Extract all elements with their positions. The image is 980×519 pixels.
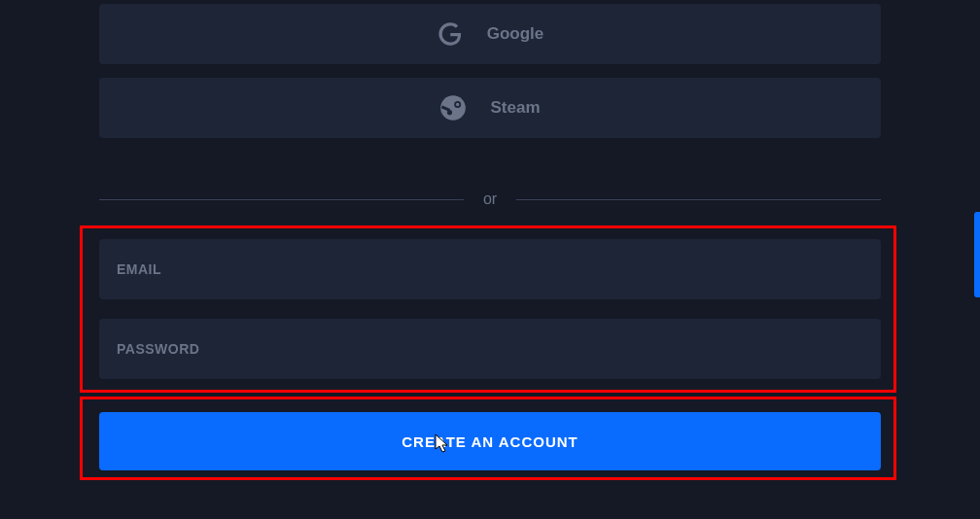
- google-signin-button[interactable]: Google: [99, 4, 881, 64]
- google-label: Google: [487, 24, 544, 44]
- divider-line-right: [516, 199, 881, 200]
- side-accent-bar: [974, 212, 980, 297]
- steam-signin-button[interactable]: Steam: [99, 78, 881, 138]
- password-field[interactable]: [99, 319, 881, 379]
- divider-text: or: [464, 190, 516, 208]
- signup-form: CREATE AN ACCOUNT: [99, 239, 881, 470]
- divider-line-left: [99, 199, 464, 200]
- google-icon: [437, 20, 464, 48]
- email-field[interactable]: [99, 239, 881, 299]
- svg-point-2: [456, 103, 460, 107]
- steam-label: Steam: [490, 98, 540, 118]
- create-account-button[interactable]: CREATE AN ACCOUNT: [99, 412, 881, 470]
- steam-icon: [439, 94, 467, 121]
- divider: or: [99, 190, 881, 208]
